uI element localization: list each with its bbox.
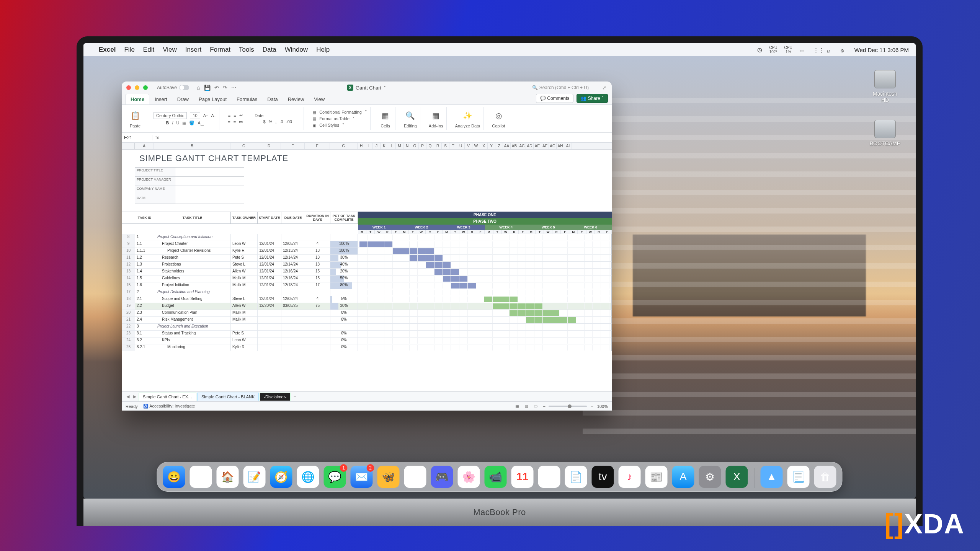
table-row[interactable]: 20 2.3 Communication Plan Malik M 0% — [122, 310, 612, 317]
zoom-slider[interactable] — [549, 406, 587, 407]
status-accessibility[interactable]: ♿ Accessibility: Investigate — [143, 404, 195, 409]
font-color-button[interactable]: A▁ — [198, 121, 203, 126]
underline-button[interactable]: U — [176, 121, 180, 125]
tab-data[interactable]: Data — [263, 94, 282, 104]
decrease-decimal-icon[interactable]: .00 — [286, 119, 292, 124]
document-title[interactable]: XGantt Chart˅ — [347, 85, 386, 91]
dock-app2[interactable]: ▲ — [761, 466, 783, 488]
menu-tools[interactable]: Tools — [239, 46, 254, 54]
menu-data[interactable]: Data — [263, 46, 276, 54]
zoom-in-button[interactable]: ＋ — [590, 403, 594, 409]
view-normal-icon[interactable]: ▦ — [515, 404, 519, 409]
increase-decimal-icon[interactable]: .0 — [279, 119, 283, 124]
dock-freeform[interactable]: 📝 — [243, 466, 266, 488]
tab-draw[interactable]: Draw — [173, 94, 193, 104]
font-size-select[interactable]: 10 — [190, 112, 200, 119]
table-row[interactable]: 21 2.4 Risk Management Malik M 0% — [122, 317, 612, 324]
table-row[interactable]: 22 3 Project Launch and Execution — [122, 324, 612, 331]
dock-textedit[interactable]: 📃 — [787, 466, 810, 488]
dock-appstore[interactable]: A — [672, 466, 694, 488]
worksheet[interactable]: ABCDEFGHIJKLMNOPQRSTUVWXYZAAABACADAEAFAG… — [122, 143, 612, 391]
decrease-font-icon[interactable]: A↓ — [211, 113, 216, 118]
name-box[interactable]: E21 — [122, 135, 152, 140]
editing-button[interactable]: 🔍 — [404, 109, 417, 122]
tab-insert[interactable]: Insert — [150, 94, 172, 104]
comma-icon[interactable]: , — [275, 119, 276, 124]
qat-home-icon[interactable]: ⌂ — [197, 85, 200, 91]
view-page-break-icon[interactable]: ▭ — [534, 404, 537, 409]
ribbon-display-button[interactable]: ⤢ — [602, 85, 606, 91]
bold-button[interactable]: B — [166, 121, 169, 125]
battery-icon[interactable]: ▭ — [799, 47, 806, 52]
merge-icon[interactable]: ▭ — [239, 119, 243, 124]
format-as-table-icon[interactable]: ▦ — [312, 116, 316, 121]
control-center-icon[interactable]: ⌾ — [841, 47, 848, 52]
table-row[interactable]: 18 2.1 Scope and Goal Setting Steve L 12… — [122, 296, 612, 303]
window-close-button[interactable] — [126, 85, 131, 90]
zoom-out-button[interactable]: − — [543, 404, 545, 409]
dock-app1[interactable]: 🦋 — [377, 466, 400, 488]
qat-save-icon[interactable]: 💾 — [204, 85, 211, 91]
copilot-button[interactable]: ◎ — [492, 109, 505, 122]
percent-icon[interactable]: % — [269, 119, 273, 124]
table-row[interactable]: 11 1.2 Research Pete S 12/01/24 12/14/24… — [122, 255, 612, 262]
table-row[interactable]: 13 1.4 Stakeholders Allen W 12/01/24 12/… — [122, 269, 612, 276]
tab-review[interactable]: Review — [283, 94, 309, 104]
table-row[interactable]: 12 1.3 Projections Steve L 12/01/24 12/1… — [122, 262, 612, 269]
paste-button[interactable]: 📋 — [129, 109, 142, 122]
fx-icon[interactable]: fx — [152, 135, 162, 140]
table-row[interactable]: 25 3.2.1 Monitoring Kylie R 0% — [122, 344, 612, 351]
dock-tv[interactable]: tv — [592, 466, 614, 488]
gantt-rows[interactable]: 8 1 Project Conception and Initiation 9 … — [122, 234, 612, 351]
desktop-drive-macintosh-hd[interactable]: Macintosh HD — [870, 70, 900, 103]
qat-undo-icon[interactable]: ↶ — [214, 85, 219, 91]
italic-button[interactable]: I — [172, 121, 173, 125]
window-minimize-button[interactable] — [135, 85, 139, 90]
tab-view[interactable]: View — [309, 94, 329, 104]
sheet-tab-example[interactable]: Simple Gantt Chart - EX… — [139, 393, 196, 401]
menubar-app-name[interactable]: Excel — [99, 46, 116, 54]
table-row[interactable]: 24 3.2 KPIs Leon W 0% — [122, 337, 612, 344]
number-format-select[interactable]: Date — [255, 113, 301, 118]
odometer-icon[interactable]: ◷ — [757, 46, 762, 53]
dock-calendar[interactable]: 11 — [511, 466, 534, 488]
qat-more-icon[interactable]: ⋯ — [231, 85, 237, 91]
menu-help[interactable]: Help — [316, 46, 330, 54]
wrap-text-icon[interactable]: ↩ — [239, 113, 243, 118]
table-row[interactable]: 23 3.1 Status and Tracking Pete S 0% — [122, 331, 612, 337]
autosave-toggle[interactable] — [179, 85, 189, 90]
project-meta-table[interactable]: PROJECT TITLEPROJECT MANAGERCOMPANY NAME… — [135, 167, 612, 204]
dock-notes[interactable]: 📄 — [565, 466, 587, 488]
font-name-select[interactable]: Century Gothic — [154, 112, 187, 119]
dock-music[interactable]: ♪ — [619, 466, 641, 488]
column-headers[interactable]: ABCDEFGHIJKLMNOPQRSTUVWXYZAAABACADAEAFAG… — [122, 143, 612, 150]
tell-me-search[interactable]: 🔍 Search (Cmd + Ctrl + U) — [532, 85, 589, 90]
align-top-icon[interactable]: ≡ — [228, 113, 230, 118]
table-row[interactable]: 9 1.1 Project Charter Leon W 12/01/24 12… — [122, 241, 612, 248]
currency-icon[interactable]: $ — [263, 119, 265, 124]
cells-button[interactable]: ▦ — [379, 109, 392, 122]
menu-file[interactable]: File — [124, 46, 134, 54]
addins-button[interactable]: ▦ — [430, 109, 443, 122]
dock-facetime[interactable]: 📹 — [485, 466, 507, 488]
comments-button[interactable]: 💬 Comments — [536, 94, 573, 103]
sheet-nav-prev[interactable]: ◀ — [125, 394, 131, 399]
sheet-nav-next[interactable]: ▶ — [132, 394, 138, 399]
dock-home[interactable]: 🏠 — [217, 466, 239, 488]
wifi-icon[interactable]: ⋮⋮ — [813, 47, 820, 52]
align-left-icon[interactable]: ≡ — [228, 120, 230, 124]
align-middle-icon[interactable]: ≡ — [234, 113, 236, 118]
view-page-layout-icon[interactable]: ▥ — [524, 404, 528, 409]
desktop-drive-bootcamp[interactable]: BOOTCAMP — [870, 120, 900, 147]
sheet-tab-blank[interactable]: Simple Gantt Chart - BLANK — [197, 393, 259, 401]
dock-settings[interactable]: ⚙ — [699, 466, 721, 488]
dock-slack[interactable]: ※ — [404, 466, 426, 488]
window-titlebar[interactable]: AutoSave ⌂ 💾 ↶ ↷ ⋯ XGantt Chart˅ 🔍 Searc… — [122, 82, 612, 94]
table-row[interactable]: 17 2 Project Definition and Planning — [122, 289, 612, 296]
dock-news[interactable]: 📰 — [645, 466, 668, 488]
menubar-datetime[interactable]: Wed Dec 11 3:06 PM — [854, 47, 909, 53]
tab-formulas[interactable]: Formulas — [232, 94, 262, 104]
zoom-level[interactable]: 100% — [597, 404, 608, 409]
menu-window[interactable]: Window — [285, 46, 308, 54]
table-row[interactable]: 19 2.2 Budget Allen W 12/20/24 03/05/25 … — [122, 303, 612, 310]
